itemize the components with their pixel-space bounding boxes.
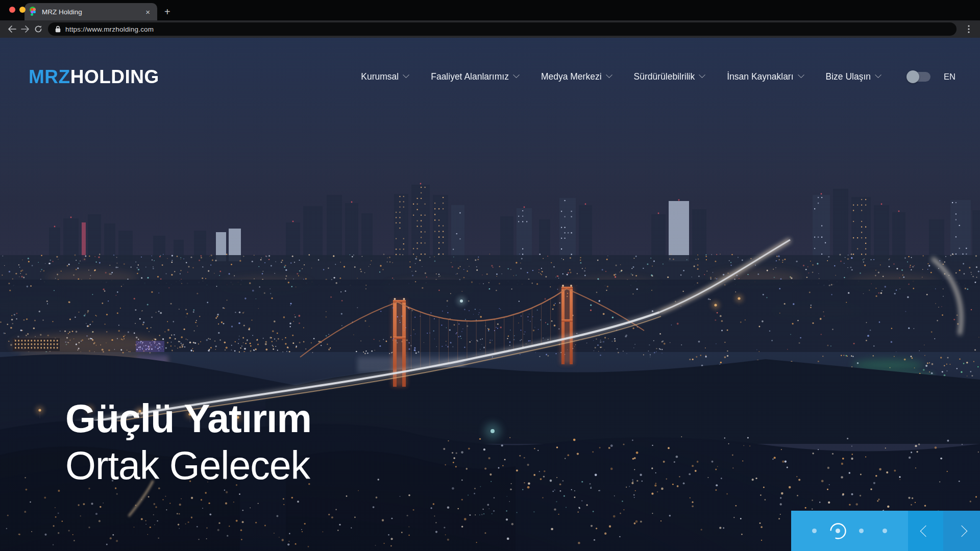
nav-item-label: İnsan Kaynakları — [727, 71, 793, 82]
hero-title-line2: Ortak Gelecek — [65, 442, 311, 489]
chevron-down-icon — [699, 71, 705, 78]
carousel-controls — [791, 511, 980, 551]
main-navigation: KurumsalFaaliyet AlanlarımızMedya Merkez… — [361, 71, 880, 82]
browser-toolbar: https://www.mrzholding.com — [0, 20, 980, 38]
hero-title-line1: Güçlü Yatırım — [65, 395, 311, 442]
tab-title: MRZ Holding — [42, 8, 139, 16]
active-dot-progress-ring — [829, 522, 847, 540]
carousel-dot-3[interactable] — [859, 529, 864, 533]
minimize-window-button[interactable] — [19, 7, 26, 13]
nav-item-label: Faaliyet Alanlarımız — [431, 71, 509, 82]
carousel-dot-2[interactable] — [836, 529, 840, 533]
toggle-knob-icon — [906, 70, 919, 83]
nav-item-label: Sürdürülebilrilik — [634, 71, 695, 82]
nav-item-faaliyet-alanlarimiz[interactable]: Faaliyet Alanlarımız — [431, 71, 519, 82]
new-tab-button[interactable]: + — [164, 7, 170, 17]
chevron-down-icon — [798, 71, 804, 78]
browser-window: MRZ Holding × + https://www.mrzholding.c… — [0, 0, 980, 551]
carousel-next-button[interactable] — [943, 511, 980, 551]
carousel-dot-4[interactable] — [883, 529, 887, 533]
chevron-right-icon — [956, 525, 968, 537]
nav-item-label: Bize Ulaşın — [826, 71, 871, 82]
language-label[interactable]: EN — [944, 72, 955, 82]
nav-item-surdurulebilirlik[interactable]: Sürdürülebilrilik — [634, 71, 705, 82]
carousel-prev-button[interactable] — [908, 511, 943, 551]
chevron-left-icon — [920, 525, 932, 537]
chevron-down-icon — [513, 71, 520, 78]
forward-button[interactable] — [18, 22, 32, 36]
nav-item-label: Kurumsal — [361, 71, 399, 82]
chevron-down-icon — [606, 71, 612, 78]
tab-bar: MRZ Holding × + — [0, 0, 980, 20]
language-toggle[interactable] — [907, 72, 930, 82]
close-window-button[interactable] — [9, 7, 15, 13]
logo-holding: HOLDING — [70, 67, 159, 86]
address-bar[interactable]: https://www.mrzholding.com — [48, 22, 957, 36]
nav-item-kurumsal[interactable]: Kurumsal — [361, 71, 408, 82]
carousel-dots — [791, 511, 908, 551]
back-button[interactable] — [5, 22, 18, 36]
browser-menu-button[interactable] — [963, 22, 975, 36]
nav-item-insan-kaynaklari[interactable]: İnsan Kaynakları — [727, 71, 803, 82]
site-logo[interactable]: MRZHOLDING — [29, 67, 159, 86]
chevron-down-icon — [875, 71, 881, 78]
chevron-down-icon — [403, 71, 409, 78]
site-header: MRZHOLDING KurumsalFaaliyet AlanlarımızM… — [0, 38, 980, 86]
nav-item-bize-ulasin[interactable]: Bize Ulaşın — [826, 71, 881, 82]
nav-item-label: Medya Merkezi — [541, 71, 602, 82]
tab-close-button[interactable]: × — [143, 8, 152, 16]
logo-mrz: MRZ — [29, 67, 70, 86]
lock-icon — [55, 26, 61, 33]
reload-button[interactable] — [32, 22, 45, 36]
nav-item-medya-merkezi[interactable]: Medya Merkezi — [541, 71, 611, 82]
site-favicon-icon — [30, 8, 37, 16]
page-viewport: MRZHOLDING KurumsalFaaliyet AlanlarımızM… — [0, 38, 980, 551]
carousel-dot-1[interactable] — [812, 529, 817, 533]
hero-title: Güçlü Yatırım Ortak Gelecek — [65, 395, 311, 489]
url-text: https://www.mrzholding.com — [65, 26, 154, 33]
browser-tab[interactable]: MRZ Holding × — [24, 3, 157, 20]
